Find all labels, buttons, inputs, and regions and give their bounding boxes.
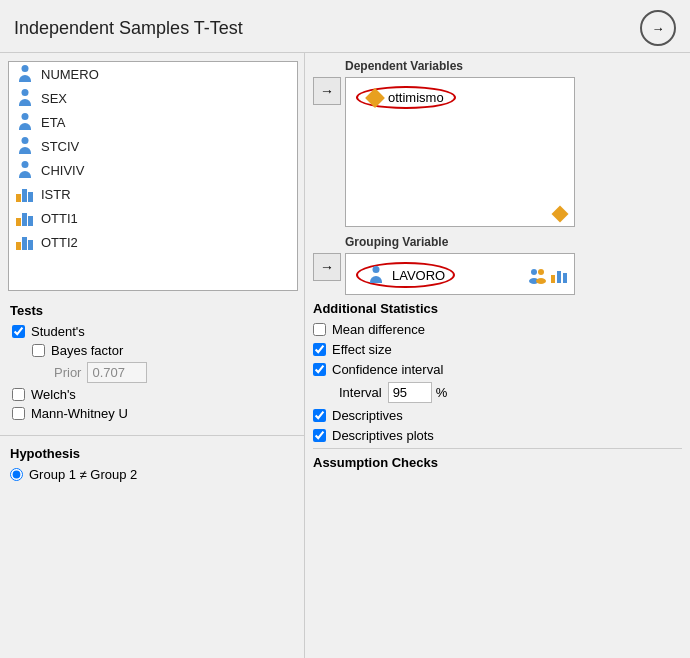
- dep-var-value: ottimismo: [388, 90, 444, 105]
- list-item[interactable]: SEX: [9, 86, 297, 110]
- svg-rect-3: [16, 218, 21, 226]
- svg-rect-14: [557, 271, 561, 283]
- mean-diff-label[interactable]: Mean difference: [332, 322, 425, 337]
- hypothesis-label[interactable]: Group 1 ≠ Group 2: [29, 467, 137, 482]
- effect-size-label[interactable]: Effect size: [332, 342, 392, 357]
- dep-var-drop-zone[interactable]: ottimismo: [345, 77, 575, 227]
- group-var-value: LAVORO: [392, 268, 445, 283]
- group-var-drop-zone[interactable]: LAVORO: [345, 253, 575, 295]
- list-item[interactable]: OTTI1: [9, 206, 297, 230]
- nav-arrow-icon: →: [652, 21, 665, 36]
- corner-diamond-icon: [552, 206, 569, 223]
- var-name: OTTI2: [41, 235, 78, 250]
- group-icon-bars: [550, 267, 568, 288]
- svg-rect-4: [22, 213, 27, 226]
- var-name: CHIVIV: [41, 163, 84, 178]
- var-name: SEX: [41, 91, 67, 106]
- descriptives-label[interactable]: Descriptives: [332, 408, 403, 423]
- prior-label: Prior: [54, 365, 81, 380]
- list-item[interactable]: ISTR: [9, 182, 297, 206]
- var-name: OTTI1: [41, 211, 78, 226]
- var-icon: [15, 209, 35, 227]
- group-right-icons: [528, 267, 568, 288]
- svg-point-12: [536, 278, 546, 284]
- group-var-arrow-button[interactable]: →: [313, 253, 341, 281]
- tests-title: Tests: [10, 303, 296, 318]
- dep-var-arrow-button[interactable]: →: [313, 77, 341, 105]
- group-icon-person: [528, 267, 546, 288]
- bayes-checkbox[interactable]: [32, 344, 45, 357]
- bayes-label[interactable]: Bayes factor: [51, 343, 123, 358]
- nav-arrow-button[interactable]: →: [640, 10, 676, 46]
- svg-rect-6: [16, 242, 21, 250]
- var-name: ETA: [41, 115, 65, 130]
- welchs-label[interactable]: Welch's: [31, 387, 76, 402]
- hypothesis-title: Hypothesis: [10, 446, 296, 461]
- assumption-checks-title: Assumption Checks: [313, 455, 682, 470]
- interval-label: Interval: [339, 385, 382, 400]
- welchs-checkbox[interactable]: [12, 388, 25, 401]
- var-name: STCIV: [41, 139, 79, 154]
- list-item[interactable]: CHIVIV: [9, 158, 297, 182]
- svg-rect-13: [551, 275, 555, 283]
- dep-var-label: Dependent Variables: [345, 59, 575, 73]
- var-icon: [15, 185, 35, 203]
- svg-rect-0: [16, 194, 21, 202]
- svg-point-11: [538, 269, 544, 275]
- descriptives-plots-checkbox[interactable]: [313, 429, 326, 442]
- list-item[interactable]: STCIV: [9, 134, 297, 158]
- svg-rect-15: [563, 273, 567, 283]
- var-name: NUMERO: [41, 67, 99, 82]
- percent-label: %: [436, 385, 448, 400]
- var-icon: [15, 137, 35, 155]
- svg-rect-2: [28, 192, 33, 202]
- descriptives-plots-label[interactable]: Descriptives plots: [332, 428, 434, 443]
- var-icon: [15, 89, 35, 107]
- group-var-item[interactable]: LAVORO: [356, 262, 455, 288]
- list-item[interactable]: ETA: [9, 110, 297, 134]
- page-title: Independent Samples T-Test: [14, 18, 243, 39]
- descriptives-checkbox[interactable]: [313, 409, 326, 422]
- svg-rect-5: [28, 216, 33, 226]
- students-label[interactable]: Student's: [31, 324, 85, 339]
- effect-size-checkbox[interactable]: [313, 343, 326, 356]
- svg-rect-8: [28, 240, 33, 250]
- var-icon: [15, 65, 35, 83]
- mann-checkbox[interactable]: [12, 407, 25, 420]
- students-checkbox[interactable]: [12, 325, 25, 338]
- hypothesis-radio[interactable]: [10, 468, 23, 481]
- mann-label[interactable]: Mann-Whitney U: [31, 406, 128, 421]
- mean-diff-checkbox[interactable]: [313, 323, 326, 336]
- svg-point-9: [531, 269, 537, 275]
- variable-list[interactable]: NUMERO SEX ETA STCIV CHIVIV ISTR: [8, 61, 298, 291]
- prior-input[interactable]: [87, 362, 147, 383]
- var-icon: [15, 233, 35, 251]
- var-name: ISTR: [41, 187, 71, 202]
- dep-var-item[interactable]: ottimismo: [356, 86, 456, 109]
- diamond-icon: [365, 88, 385, 108]
- grouping-var-label: Grouping Variable: [345, 235, 575, 249]
- add-stats-title: Additional Statistics: [313, 301, 682, 316]
- var-icon: [15, 161, 35, 179]
- confidence-interval-checkbox[interactable]: [313, 363, 326, 376]
- group-person-icon: [366, 266, 386, 284]
- svg-rect-1: [22, 189, 27, 202]
- svg-rect-7: [22, 237, 27, 250]
- var-icon: [15, 113, 35, 131]
- list-item[interactable]: NUMERO: [9, 62, 297, 86]
- list-item[interactable]: OTTI2: [9, 230, 297, 254]
- confidence-interval-label[interactable]: Confidence interval: [332, 362, 443, 377]
- interval-input[interactable]: [388, 382, 432, 403]
